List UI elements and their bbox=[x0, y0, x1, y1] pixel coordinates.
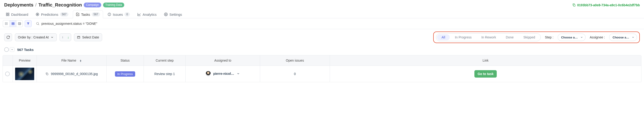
grid-view-button[interactable] bbox=[3, 20, 10, 27]
col-status: Status bbox=[106, 55, 144, 66]
chevron-down-icon bbox=[236, 72, 240, 75]
search-field[interactable] bbox=[34, 20, 641, 27]
tab-dashboard[interactable]: Dashboard bbox=[3, 10, 31, 18]
tab-count: 567 bbox=[92, 12, 100, 16]
svg-point-26 bbox=[36, 22, 38, 25]
col-preview: Preview bbox=[12, 55, 36, 66]
row-checkbox[interactable] bbox=[5, 71, 10, 76]
svg-rect-0 bbox=[574, 5, 575, 6]
col-link: Link bbox=[330, 55, 641, 66]
svg-rect-2 bbox=[8, 13, 9, 14]
view-mode-group bbox=[3, 20, 23, 27]
select-all-combo bbox=[4, 47, 14, 52]
select-date-button[interactable]: Select Date bbox=[74, 33, 102, 41]
svg-rect-28 bbox=[78, 36, 80, 38]
svg-rect-4 bbox=[8, 15, 9, 16]
preview-thumbnail[interactable] bbox=[15, 68, 34, 80]
svg-point-25 bbox=[19, 23, 19, 24]
image-view-button[interactable] bbox=[16, 20, 22, 27]
breadcrumb-current: Traffic_Recognition bbox=[38, 2, 82, 8]
tab-label: Analytics bbox=[142, 12, 156, 16]
svg-point-7 bbox=[38, 14, 38, 14]
chevron-down-icon bbox=[11, 48, 13, 51]
go-to-task-button[interactable]: Go to task bbox=[474, 70, 497, 77]
svg-point-11 bbox=[166, 14, 166, 15]
seg-in-rework[interactable]: In Rework bbox=[477, 34, 501, 40]
copy-icon bbox=[572, 3, 576, 7]
grid-icon bbox=[5, 22, 8, 25]
copy-icon[interactable] bbox=[45, 72, 49, 75]
row-step-cell: Review step 1 bbox=[144, 66, 186, 82]
tab-analytics[interactable]: Analytics bbox=[134, 10, 160, 18]
tab-label: Tasks bbox=[81, 12, 90, 16]
sort-icon: ▲▼ bbox=[79, 60, 82, 62]
status-badge: In Progress bbox=[115, 71, 135, 77]
tab-label: Predictions bbox=[41, 12, 58, 16]
search-input[interactable] bbox=[42, 22, 639, 25]
svg-point-12 bbox=[5, 22, 5, 23]
dashboard-icon bbox=[6, 12, 10, 16]
sort-desc-button[interactable]: ↓ bbox=[66, 35, 71, 39]
funnel-icon bbox=[26, 22, 30, 25]
svg-line-27 bbox=[38, 24, 39, 25]
assignee-select[interactable]: pierre-nicol… bbox=[206, 71, 240, 76]
row-filename-cell: 9999998_00160_d_0000135.jpg bbox=[36, 66, 106, 82]
seg-skipped[interactable]: Skipped bbox=[518, 34, 540, 40]
svg-rect-23 bbox=[12, 24, 14, 25]
row-checkbox-cell bbox=[3, 66, 12, 82]
list-icon bbox=[12, 22, 15, 25]
tab-count: 567 bbox=[60, 12, 68, 16]
row-assignee-cell: pierre-nicol… bbox=[186, 66, 260, 82]
sort-asc-button[interactable]: ↑ bbox=[60, 35, 66, 39]
col-filename-label: File Name bbox=[62, 59, 76, 62]
assignee-name: pierre-nicol… bbox=[213, 72, 234, 75]
svg-point-10 bbox=[109, 15, 110, 15]
status-filter-segmented: All In Progress In Rework Done Skipped bbox=[436, 33, 541, 41]
svg-rect-22 bbox=[12, 23, 14, 24]
step-label: Step : bbox=[545, 35, 554, 39]
assignee-select[interactable]: Choose an … bbox=[609, 34, 637, 41]
svg-rect-21 bbox=[12, 22, 14, 23]
step-select[interactable]: Choose an … bbox=[558, 34, 586, 41]
refresh-button[interactable] bbox=[4, 33, 12, 41]
chevron-down-icon bbox=[50, 36, 54, 39]
order-by-label: Order by : Created At bbox=[18, 35, 49, 39]
tab-settings[interactable]: Settings bbox=[161, 10, 185, 18]
deployment-id-text: 0193bb73-a0e8-734a-a9c1-0c6b4e2df7bb bbox=[577, 3, 640, 7]
chevron-down-icon bbox=[580, 36, 583, 39]
svg-rect-32 bbox=[46, 73, 48, 75]
chevron-down-icon bbox=[632, 36, 634, 39]
row-link-cell: Go to task bbox=[330, 66, 641, 82]
calendar-icon bbox=[77, 36, 80, 39]
assignee-select-value: Choose an … bbox=[612, 36, 629, 39]
chart-icon bbox=[137, 12, 141, 16]
seg-in-progress[interactable]: In Progress bbox=[450, 34, 476, 40]
list-view-button[interactable] bbox=[10, 20, 16, 27]
filter-button[interactable] bbox=[25, 20, 32, 27]
tab-predictions[interactable]: Predictions 567 bbox=[32, 10, 71, 18]
sort-direction: ↑ ↓ bbox=[60, 33, 71, 41]
col-checkbox bbox=[3, 55, 12, 66]
col-filename[interactable]: File Name ▲▼ bbox=[36, 55, 106, 66]
select-all-checkbox[interactable] bbox=[4, 47, 9, 52]
controls-row: Order by : Created At ↑ ↓ Select Date Al… bbox=[0, 29, 644, 45]
select-all-dropdown[interactable] bbox=[10, 47, 14, 52]
tab-label: Dashboard bbox=[11, 12, 28, 16]
gear-icon bbox=[164, 12, 168, 16]
page-header: Deployments / Traffic_Recognition Campai… bbox=[0, 0, 644, 9]
step-select-value: Choose an … bbox=[561, 36, 578, 39]
tab-tasks[interactable]: Tasks 567 bbox=[73, 10, 103, 18]
seg-done[interactable]: Done bbox=[501, 34, 518, 40]
col-assigned-to: Assigned to bbox=[186, 55, 260, 66]
breadcrumb-separator: / bbox=[35, 2, 37, 8]
deployment-id[interactable]: 0193bb73-a0e8-734a-a9c1-0c6b4e2df7bb bbox=[572, 3, 640, 7]
refresh-icon bbox=[6, 35, 10, 39]
tasks-icon bbox=[76, 12, 80, 16]
alert-icon bbox=[108, 12, 111, 16]
seg-all[interactable]: All bbox=[437, 34, 450, 40]
row-issues-cell: 0 bbox=[260, 66, 330, 82]
highlighted-filters: All In Progress In Rework Done Skipped S… bbox=[433, 31, 640, 43]
breadcrumb-root[interactable]: Deployments bbox=[4, 2, 34, 8]
tab-issues[interactable]: Issues 0 bbox=[104, 10, 133, 18]
order-by-button[interactable]: Order by : Created At bbox=[15, 33, 57, 41]
